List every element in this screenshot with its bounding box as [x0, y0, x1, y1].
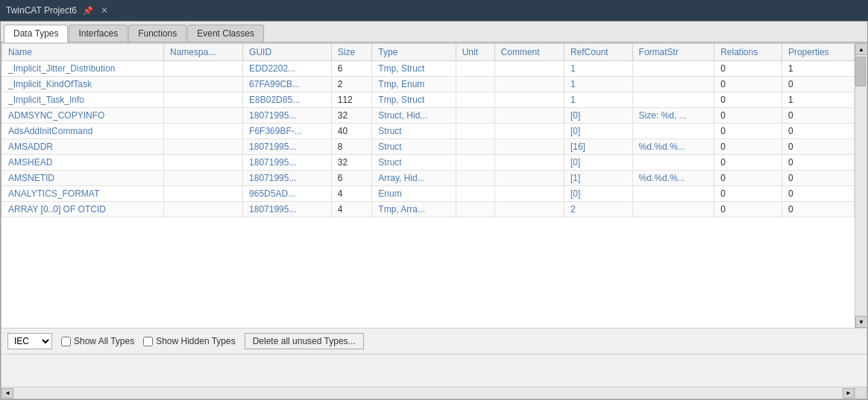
scroll-down-btn[interactable]: ▼ — [855, 316, 867, 328]
show-all-types-text: Show All Types — [74, 336, 134, 346]
vertical-scrollbar[interactable]: ▲ ▼ — [855, 43, 867, 328]
table-row[interactable]: _Implicit_KindOfTask67FA99CB...2Tmp, Enu… — [2, 77, 855, 92]
h-scrollbar[interactable]: ◄ ► — [1, 387, 855, 399]
table-row[interactable]: _Implicit_Jitter_DistributionEDD2202...6… — [2, 61, 855, 77]
iec-dropdown[interactable]: IECCFCSFC — [7, 333, 52, 349]
cell-guid: F6F369BF-... — [243, 124, 332, 139]
cell-name: ARRAY [0..0] OF OTCID — [2, 202, 164, 218]
cell-formatstr: Size: %d, ... — [632, 108, 714, 124]
table-body: _Implicit_Jitter_DistributionEDD2202...6… — [2, 61, 855, 218]
cell-comment — [494, 108, 564, 124]
col-header-name[interactable]: Name — [2, 44, 164, 61]
table-row[interactable]: AMSNETID18071995...6Array, Hid...[1]%d.%… — [2, 171, 855, 186]
cell-size: 4 — [331, 186, 372, 202]
col-header-unit[interactable]: Unit — [456, 44, 494, 61]
show-all-types-label[interactable]: Show All Types — [61, 336, 134, 346]
cell-type: Struct — [372, 155, 456, 171]
cell-refcount: [0] — [564, 186, 632, 202]
cell-size: 40 — [331, 124, 372, 139]
tab-functions[interactable]: Functions — [128, 25, 186, 42]
cell-namespace — [164, 124, 243, 139]
cell-type: Struct, Hid... — [372, 108, 456, 124]
table-row[interactable]: _Implicit_Task_InfoE8B02D85...112Tmp, St… — [2, 92, 855, 108]
cell-comment — [494, 61, 564, 77]
data-table: NameNamespa...GUIDSizeTypeUnitCommentRef… — [1, 43, 855, 218]
cell-comment — [494, 92, 564, 108]
cell-name: AMSHEAD — [2, 155, 164, 171]
tab-interfaces[interactable]: Interfaces — [69, 25, 128, 42]
show-hidden-types-checkbox[interactable] — [143, 337, 153, 346]
cell-comment — [494, 77, 564, 92]
pin-icon[interactable]: 📌 — [83, 6, 93, 16]
tab-data-types[interactable]: Data Types — [4, 25, 68, 42]
tab-event-classes[interactable]: Event Classes — [187, 25, 264, 42]
table-row[interactable]: AdsAddInitCommandF6F369BF-...40Struct[0]… — [2, 124, 855, 139]
delete-unused-button[interactable]: Delete all unused Types... — [245, 333, 364, 349]
cell-comment — [494, 124, 564, 139]
cell-namespace — [164, 171, 243, 186]
tab-bar: Data TypesInterfacesFunctionsEvent Class… — [1, 22, 867, 42]
col-header-guid[interactable]: GUID — [243, 44, 332, 61]
cell-comment — [494, 139, 564, 155]
cell-type: Struct — [372, 139, 456, 155]
cell-type: Tmp, Struct — [372, 61, 456, 77]
h-scroll-track[interactable] — [13, 388, 843, 399]
show-all-types-checkbox[interactable] — [61, 337, 71, 346]
cell-refcount: [16] — [564, 139, 632, 155]
table-scroll[interactable]: NameNamespa...GUIDSizeTypeUnitCommentRef… — [1, 43, 855, 328]
cell-formatstr: %d.%d.%... — [632, 171, 714, 186]
col-header-size[interactable]: Size — [331, 44, 372, 61]
cell-formatstr — [632, 186, 714, 202]
cell-guid: E8B02D85... — [243, 92, 332, 108]
cell-unit — [456, 77, 494, 92]
scroll-track[interactable] — [855, 55, 867, 316]
cell-comment — [494, 186, 564, 202]
show-hidden-types-label[interactable]: Show Hidden Types — [143, 336, 236, 346]
col-header-properties[interactable]: Properties — [781, 44, 854, 61]
col-header-comment[interactable]: Comment — [494, 44, 564, 61]
cell-refcount: [0] — [564, 155, 632, 171]
show-hidden-types-text: Show Hidden Types — [156, 336, 236, 346]
cell-properties: 1 — [781, 92, 854, 108]
col-header-namespace[interactable]: Namespa... — [164, 44, 243, 61]
table-header: NameNamespa...GUIDSizeTypeUnitCommentRef… — [2, 44, 855, 61]
lower-area: ◄ ► — [1, 354, 867, 399]
table-row[interactable]: ANALYTICS_FORMAT965D5AD...4Enum[0]00 — [2, 186, 855, 202]
scroll-left-btn[interactable]: ◄ — [1, 388, 13, 399]
content-area: NameNamespa...GUIDSizeTypeUnitCommentRef… — [1, 42, 867, 399]
scroll-corner — [855, 387, 867, 399]
col-header-refcount[interactable]: RefCount — [564, 44, 632, 61]
scroll-right-btn[interactable]: ► — [843, 388, 855, 399]
cell-type: Tmp, Arra... — [372, 202, 456, 218]
title-bar: TwinCAT Project6 📌 ✕ — [0, 0, 868, 21]
table-row[interactable]: AMSHEAD18071995...32Struct[0]00 — [2, 155, 855, 171]
table-row[interactable]: ADMSYNC_COPYINFO18071995...32Struct, Hid… — [2, 108, 855, 124]
col-header-type[interactable]: Type — [372, 44, 456, 61]
cell-unit — [456, 171, 494, 186]
close-button[interactable]: ✕ — [99, 5, 110, 16]
col-header-relations[interactable]: Relations — [714, 44, 782, 61]
table-row[interactable]: ARRAY [0..0] OF OTCID18071995...4Tmp, Ar… — [2, 202, 855, 218]
cell-namespace — [164, 77, 243, 92]
cell-formatstr — [632, 202, 714, 218]
cell-unit — [456, 108, 494, 124]
scroll-up-btn[interactable]: ▲ — [855, 43, 867, 55]
cell-relations: 0 — [714, 171, 782, 186]
cell-refcount: 1 — [564, 77, 632, 92]
col-header-formatstr[interactable]: FormatStr — [632, 44, 714, 61]
cell-guid: 18071995... — [243, 108, 332, 124]
cell-properties: 0 — [781, 171, 854, 186]
cell-unit — [456, 186, 494, 202]
scroll-thumb[interactable] — [855, 57, 866, 86]
cell-guid: 18071995... — [243, 171, 332, 186]
cell-size: 6 — [331, 171, 372, 186]
cell-unit — [456, 202, 494, 218]
cell-properties: 0 — [781, 77, 854, 92]
cell-properties: 0 — [781, 202, 854, 218]
table-row[interactable]: AMSADDR18071995...8Struct[16]%d.%d.%...0… — [2, 139, 855, 155]
cell-relations: 0 — [714, 92, 782, 108]
bottom-bar: IECCFCSFC Show All Types Show Hidden Typ… — [1, 328, 867, 354]
cell-relations: 0 — [714, 155, 782, 171]
cell-refcount: 2 — [564, 202, 632, 218]
cell-namespace — [164, 61, 243, 77]
